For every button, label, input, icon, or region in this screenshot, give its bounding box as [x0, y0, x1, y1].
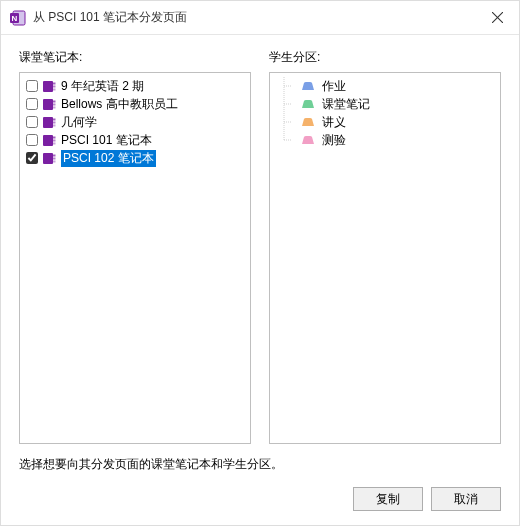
section-label: 作业 [322, 78, 346, 95]
svg-rect-6 [53, 82, 56, 84]
section-tab-icon [300, 99, 316, 109]
section-tab-icon [300, 135, 316, 145]
section-label: 讲义 [322, 114, 346, 131]
sections-pane: 学生分区: 作业课堂笔记讲义测验 [269, 49, 501, 444]
sections-label: 学生分区: [269, 49, 501, 66]
notebook-item[interactable]: PSCI 101 笔记本 [26, 131, 244, 149]
svg-rect-18 [53, 136, 56, 138]
notebooks-pane: 课堂笔记本: 9 年纪英语 2 期Bellows 高中教职员工几何学PSCI 1… [19, 49, 251, 444]
notebook-checkbox[interactable] [26, 98, 38, 110]
tree-branch-icon [280, 131, 294, 149]
svg-rect-16 [53, 124, 56, 126]
notebook-label: PSCI 101 笔记本 [61, 132, 152, 149]
svg-rect-11 [53, 103, 56, 105]
button-row: 复制 取消 [19, 487, 501, 511]
notebooks-list[interactable]: 9 年纪英语 2 期Bellows 高中教职员工几何学PSCI 101 笔记本P… [19, 72, 251, 444]
svg-rect-12 [53, 106, 56, 108]
svg-rect-20 [53, 142, 56, 144]
tree-branch-icon [280, 95, 294, 113]
sections-list[interactable]: 作业课堂笔记讲义测验 [269, 72, 501, 444]
section-label: 课堂笔记 [322, 96, 370, 113]
svg-rect-9 [43, 99, 53, 110]
copy-button[interactable]: 复制 [353, 487, 423, 511]
svg-rect-22 [53, 154, 56, 156]
notebooks-label: 课堂笔记本: [19, 49, 251, 66]
tree-branch-icon [280, 113, 294, 131]
title-bar: N 从 PSCI 101 笔记本分发页面 [1, 1, 519, 35]
svg-rect-21 [43, 153, 53, 164]
svg-rect-13 [43, 117, 53, 128]
tree-branch-icon [280, 77, 294, 95]
notebook-label: 几何学 [61, 114, 97, 131]
close-button[interactable] [475, 1, 519, 34]
notebook-label: 9 年纪英语 2 期 [61, 78, 144, 95]
onenote-icon: N [9, 9, 27, 27]
notebook-checkbox[interactable] [26, 80, 38, 92]
hint-text: 选择想要向其分发页面的课堂笔记本和学生分区。 [19, 456, 501, 473]
section-label: 测验 [322, 132, 346, 149]
svg-rect-23 [53, 157, 56, 159]
notebook-icon [43, 99, 56, 110]
svg-rect-24 [53, 160, 56, 162]
content-area: 课堂笔记本: 9 年纪英语 2 期Bellows 高中教职员工几何学PSCI 1… [1, 35, 519, 448]
notebook-icon [43, 153, 56, 164]
svg-rect-10 [53, 100, 56, 102]
svg-text:N: N [12, 14, 18, 23]
window-title: 从 PSCI 101 笔记本分发页面 [33, 9, 187, 26]
svg-rect-14 [53, 118, 56, 120]
notebook-checkbox[interactable] [26, 116, 38, 128]
notebook-item[interactable]: 几何学 [26, 113, 244, 131]
svg-rect-15 [53, 121, 56, 123]
section-tab-icon [300, 117, 316, 127]
section-tab-icon [300, 81, 316, 91]
notebook-icon [43, 135, 56, 146]
svg-rect-8 [53, 88, 56, 90]
notebook-item[interactable]: 9 年纪英语 2 期 [26, 77, 244, 95]
svg-rect-7 [53, 85, 56, 87]
notebook-checkbox[interactable] [26, 152, 38, 164]
notebook-item[interactable]: Bellows 高中教职员工 [26, 95, 244, 113]
section-item[interactable]: 讲义 [276, 113, 494, 131]
svg-rect-17 [43, 135, 53, 146]
notebook-item[interactable]: PSCI 102 笔记本 [26, 149, 244, 167]
notebook-icon [43, 81, 56, 92]
close-icon [492, 12, 503, 23]
notebook-icon [43, 117, 56, 128]
svg-rect-5 [43, 81, 53, 92]
notebook-checkbox[interactable] [26, 134, 38, 146]
notebook-label: Bellows 高中教职员工 [61, 96, 178, 113]
notebook-label: PSCI 102 笔记本 [61, 150, 156, 167]
section-item[interactable]: 测验 [276, 131, 494, 149]
footer: 选择想要向其分发页面的课堂笔记本和学生分区。 复制 取消 [1, 448, 519, 525]
section-item[interactable]: 作业 [276, 77, 494, 95]
svg-rect-19 [53, 139, 56, 141]
cancel-button[interactable]: 取消 [431, 487, 501, 511]
section-item[interactable]: 课堂笔记 [276, 95, 494, 113]
